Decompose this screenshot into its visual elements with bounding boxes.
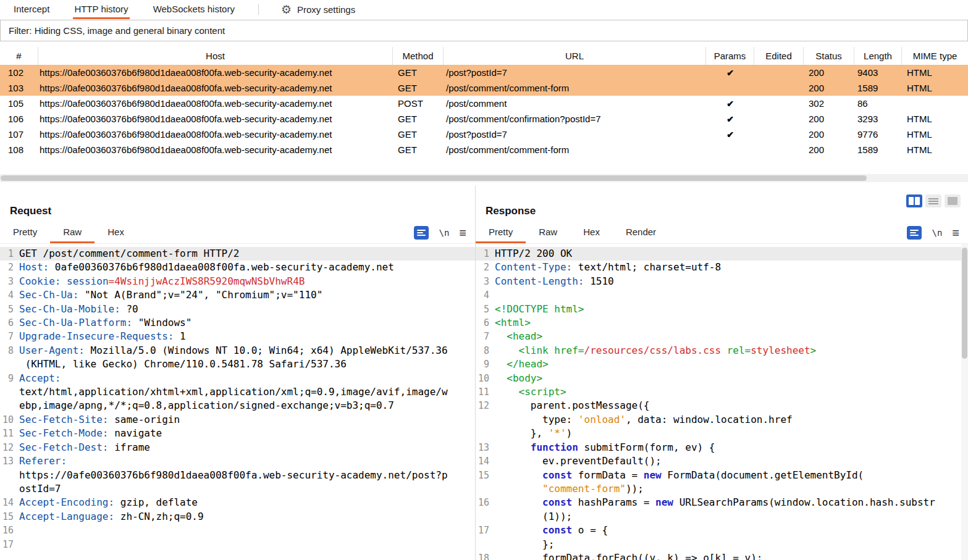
cell-url: /post?postId=7 xyxy=(444,65,706,80)
line-number: 4 xyxy=(0,288,14,302)
line-content: (KHTML, like Gecko) Chrome/110.0.5481.78… xyxy=(19,357,347,371)
line-content: <body> xyxy=(495,372,542,385)
cell-url: /post?postId=7 xyxy=(444,127,706,142)
editor-layout-icons xyxy=(906,194,961,207)
tab-pretty[interactable]: Pretty xyxy=(0,222,50,243)
column-header-number[interactable]: # xyxy=(0,47,38,65)
editor-line: "comment-form")); xyxy=(476,482,961,496)
line-content: GET /post/comment/comment-form HTTP/2 xyxy=(19,247,239,261)
request-search-icon[interactable] xyxy=(414,226,429,240)
line-content: <head> xyxy=(495,330,542,343)
line-content: ev.preventDefault(); xyxy=(495,454,662,468)
editor-line: https://0afe00360376b6f980d1daea008f00fa… xyxy=(0,469,475,482)
line-number: 12 xyxy=(476,399,489,412)
request-menu-icon[interactable]: ≡ xyxy=(459,227,466,239)
column-header-length[interactable]: Length xyxy=(854,47,902,65)
line-number xyxy=(476,413,489,427)
tab-raw[interactable]: Raw xyxy=(50,222,95,243)
request-editor-icons: \n ≡ xyxy=(414,222,466,243)
filter-text: Filter: Hiding CSS, image and general bi… xyxy=(9,25,225,36)
table-row[interactable]: 108https://0afe00360376b6f980d1daea008f0… xyxy=(0,142,968,157)
layout-rows-icon[interactable] xyxy=(925,194,941,207)
cell-method: GET xyxy=(393,142,444,157)
cell-host: https://0afe00360376b6f980d1daea008f00fa… xyxy=(38,80,393,96)
tab-hex[interactable]: Hex xyxy=(570,222,613,243)
line-content: type: 'onload', data: window.location.hr… xyxy=(495,413,793,427)
response-menu-icon[interactable]: ≡ xyxy=(952,227,959,239)
editor-line: 7Upgrade-Insecure-Requests: 1 xyxy=(0,330,475,343)
response-editor[interactable]: 1HTTP/2 200 OK2Content-Type: text/html; … xyxy=(476,244,961,560)
response-scrollbar[interactable] xyxy=(961,244,968,560)
line-number xyxy=(0,469,14,482)
table-horizontal-scrollbar-thumb[interactable] xyxy=(1,175,867,181)
editor-line: 18 formData.forEach((v, k) => o[k] = v); xyxy=(476,551,961,560)
layout-columns-icon[interactable] xyxy=(906,194,922,207)
line-number: 11 xyxy=(0,427,14,440)
table-row[interactable]: 106https://0afe00360376b6f980d1daea008f0… xyxy=(0,111,968,127)
cell-edited xyxy=(754,127,804,142)
cell-mime: HTML xyxy=(902,111,968,127)
column-header-mime[interactable]: MIME type xyxy=(902,47,968,65)
column-header-method[interactable]: Method xyxy=(393,47,444,65)
line-content: formData.forEach((v, k) => o[k] = v); xyxy=(495,551,762,560)
editor-line: type: 'onload', data: window.location.hr… xyxy=(476,413,961,427)
editor-line: 6<html> xyxy=(476,316,961,330)
editor-line: 1GET /post/comment/comment-form HTTP/2 xyxy=(0,247,475,261)
proxy-settings-label: Proxy settings xyxy=(297,4,355,15)
request-tab-bar: PrettyRawHex \n ≡ xyxy=(0,222,475,244)
request-panel-header: Request xyxy=(0,186,475,222)
response-scrollbar-thumb[interactable] xyxy=(962,248,967,359)
line-number: 15 xyxy=(476,469,489,482)
message-editor-split: Request PrettyRawHex \n ≡ 1GET /post/com… xyxy=(0,186,968,560)
editor-line: }, '*') xyxy=(476,427,961,440)
request-newline-toggle-icon[interactable]: \n xyxy=(439,228,449,238)
table-horizontal-scrollbar[interactable] xyxy=(0,174,968,182)
editor-line: 7 <head> xyxy=(476,330,961,343)
table-row[interactable]: 102https://0afe00360376b6f980d1daea008f0… xyxy=(0,65,968,80)
column-header-url[interactable]: URL xyxy=(444,47,706,65)
history-table-body: 102https://0afe00360376b6f980d1daea008f0… xyxy=(0,65,968,157)
response-newline-toggle-icon[interactable]: \n xyxy=(932,228,942,238)
line-content: <script> xyxy=(495,385,566,399)
table-row[interactable]: 107https://0afe00360376b6f980d1daea008f0… xyxy=(0,127,968,142)
line-content: https://0afe00360376b6f980d1daea008f00fa… xyxy=(19,469,448,482)
tab-http-history[interactable]: HTTP history xyxy=(73,0,129,19)
proxy-settings-button[interactable]: ⚙ Proxy settings xyxy=(281,0,355,19)
column-header-status[interactable]: Status xyxy=(804,47,854,65)
tab-hex[interactable]: Hex xyxy=(95,222,137,243)
column-header-host[interactable]: Host xyxy=(38,47,393,65)
cell-host: https://0afe00360376b6f980d1daea008f00fa… xyxy=(38,65,393,80)
table-row[interactable]: 105https://0afe00360376b6f980d1daea008f0… xyxy=(0,96,968,111)
cell-url: /post/comment/comment-form xyxy=(444,142,706,157)
cell-params xyxy=(706,80,754,96)
column-header-params[interactable]: Params xyxy=(706,47,754,65)
editor-line: 8User-Agent: Mozilla/5.0 (Windows NT 10.… xyxy=(0,344,475,357)
line-number xyxy=(0,399,14,412)
line-content: HTTP/2 200 OK xyxy=(495,247,572,261)
line-number: 17 xyxy=(476,524,489,537)
column-header-edited[interactable]: Edited xyxy=(754,47,804,65)
tab-raw[interactable]: Raw xyxy=(526,222,570,243)
editor-line: 16 const hashParams = new URLSearchParam… xyxy=(476,496,961,509)
response-tab-bar: PrettyRawHexRender \n ≡ xyxy=(476,222,968,244)
tab-websockets-history[interactable]: WebSockets history xyxy=(152,0,236,19)
line-content: <html> xyxy=(495,316,531,330)
line-number: 17 xyxy=(0,538,14,551)
response-search-icon[interactable] xyxy=(907,226,922,240)
cell-number: 106 xyxy=(0,111,38,127)
tab-render[interactable]: Render xyxy=(613,222,669,243)
cell-mime: HTML xyxy=(902,127,968,142)
layout-single-icon[interactable] xyxy=(945,194,961,207)
line-number xyxy=(476,427,489,440)
filter-bar[interactable]: Filter: Hiding CSS, image and general bi… xyxy=(0,20,968,41)
request-editor[interactable]: 1GET /post/comment/comment-form HTTP/22H… xyxy=(0,244,475,560)
line-number xyxy=(0,482,14,496)
cell-length: 9403 xyxy=(854,65,902,80)
cell-method: GET xyxy=(393,127,444,142)
tab-pretty[interactable]: Pretty xyxy=(476,222,526,243)
tab-intercept[interactable]: Intercept xyxy=(12,0,51,19)
line-content: Sec-Fetch-Mode: navigate xyxy=(19,427,162,440)
line-content: Sec-Ch-Ua-Mobile: ?0 xyxy=(19,303,138,316)
editor-line: 12 parent.postMessage({ xyxy=(476,399,961,412)
table-row[interactable]: 103https://0afe00360376b6f980d1daea008f0… xyxy=(0,80,968,96)
